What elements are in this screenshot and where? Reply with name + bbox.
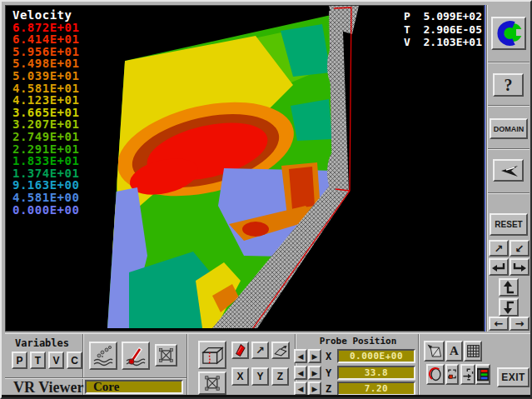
- probe-readout: P 5.099E+02 T 2.906E-05 V 2.103E+01: [404, 10, 482, 49]
- reset-label: RESET: [495, 220, 522, 229]
- probe-temperature-button[interactable]: [122, 342, 150, 370]
- readout-label: T: [404, 23, 410, 37]
- turn-down-button[interactable]: [499, 298, 519, 317]
- legend-entry: 9.163E+00: [12, 179, 79, 192]
- probe-y-increment-button[interactable]: ▶: [308, 366, 321, 380]
- cut-plane-button[interactable]: [198, 341, 226, 369]
- orientation-button[interactable]: [493, 159, 524, 182]
- arrow-left-triangle-icon: ◀: [298, 369, 304, 377]
- core-selector[interactable]: Core: [85, 380, 183, 394]
- help-button[interactable]: ?: [493, 73, 524, 97]
- app-title: VR Viewer: [13, 379, 83, 397]
- probe-z-decrement-button[interactable]: ◀: [294, 382, 307, 396]
- arrow-left-triangle-icon: ◀: [298, 385, 304, 393]
- rotate-left-button[interactable]: [489, 258, 509, 276]
- probe-z-increment-button[interactable]: ▶: [308, 382, 321, 396]
- logo-button[interactable]: [491, 17, 526, 50]
- variable-t-button[interactable]: T: [30, 352, 46, 369]
- bottom-control-panel: Variables P T V C VR Viewer: [5, 333, 530, 396]
- exit-label: EXIT: [501, 372, 525, 383]
- velocity-contour-plane: [89, 6, 355, 331]
- readout-label: P: [404, 10, 410, 23]
- legend-entry: 4.123E+01: [12, 94, 79, 107]
- sidebar-toolbar: ? DOMAIN RESET ↗ ↙: [486, 5, 530, 332]
- legend-entry: 3.207E+01: [12, 118, 79, 131]
- variable-v-button[interactable]: V: [48, 352, 64, 369]
- domain-label: DOMAIN: [494, 125, 525, 133]
- probe-z-label: Z: [326, 383, 331, 395]
- variable-c-button[interactable]: C: [67, 352, 82, 369]
- probe-x-field[interactable]: 0.000E+00: [337, 349, 415, 363]
- rotate-right-button[interactable]: [510, 258, 530, 276]
- crossed-box-icon: [158, 347, 174, 363]
- legend-entry: 6.872E+01: [12, 22, 79, 34]
- plane-normal-button[interactable]: [231, 342, 249, 359]
- probe-x-label: X: [326, 351, 331, 362]
- probe-x-decrement-button[interactable]: ◀: [294, 349, 307, 363]
- show-grid-button[interactable]: [464, 341, 482, 362]
- pan-left-button[interactable]: ←: [489, 317, 509, 331]
- grid-toggle-button[interactable]: [155, 344, 177, 367]
- probe-z-field[interactable]: 7.20: [337, 382, 415, 396]
- turn-down-icon: [500, 300, 517, 315]
- help-label: ?: [505, 76, 513, 95]
- variable-c-label: C: [71, 355, 78, 367]
- exit-button[interactable]: EXIT: [497, 367, 530, 387]
- move-probe-button[interactable]: [460, 364, 475, 385]
- arrow-right-triangle-icon: ▶: [312, 385, 318, 393]
- legend-entry: 0.000E+00: [12, 204, 79, 217]
- cfd-logo-icon: [494, 20, 524, 47]
- axis-z-label: Z: [277, 371, 283, 382]
- crossed-box-icon: [204, 375, 221, 392]
- variable-p-button[interactable]: P: [12, 352, 27, 369]
- color-legend-button[interactable]: [475, 364, 490, 385]
- arrow-left-icon: ←: [495, 317, 504, 330]
- return-right-icon: [511, 261, 528, 274]
- probe-x-value: 0.000E+00: [350, 351, 403, 362]
- turn-up-button[interactable]: [499, 278, 519, 297]
- probe-y-field[interactable]: 33.8: [337, 366, 415, 380]
- thermometer-icon: [125, 345, 147, 367]
- probe-y-label: Y: [326, 367, 331, 379]
- clip-box-button[interactable]: [198, 372, 226, 395]
- snapshot-button[interactable]: [424, 341, 445, 362]
- reset-button[interactable]: RESET: [490, 213, 528, 236]
- divider: [488, 192, 530, 194]
- probe-y-decrement-button[interactable]: ◀: [294, 366, 307, 380]
- iso-surface-button[interactable]: [426, 364, 445, 385]
- plane-sweep-button[interactable]: [271, 342, 290, 359]
- divider: [488, 105, 530, 107]
- readout-value: 5.099E+02: [424, 10, 482, 23]
- region-select-button[interactable]: [445, 364, 459, 385]
- readout-value: 2.103E+01: [424, 36, 482, 49]
- domain-button[interactable]: DOMAIN: [490, 118, 528, 139]
- legend-entry: 1.374E+01: [12, 167, 79, 180]
- viewport-3d[interactable]: Velocity 6.872E+016.414E+015.956E+015.49…: [5, 5, 485, 332]
- pointer-dart-icon: [498, 163, 520, 178]
- axis-y-button[interactable]: Y: [251, 367, 269, 386]
- rotate-down-left-button[interactable]: ↙: [510, 240, 530, 257]
- arrow-left-triangle-icon: ◀: [298, 352, 304, 361]
- divider: [488, 148, 530, 150]
- probe-z-value: 7.20: [365, 383, 389, 394]
- divider: [488, 62, 530, 63]
- readout-label: V: [404, 36, 410, 49]
- region-brackets-icon: [447, 367, 457, 382]
- rotate-up-right-button[interactable]: ↗: [489, 240, 509, 257]
- probe-x-increment-button[interactable]: ▶: [308, 349, 321, 363]
- axis-z-button[interactable]: Z: [271, 367, 289, 386]
- focus-highlight: [485, 5, 485, 332]
- variable-p-label: P: [16, 355, 22, 367]
- particle-trace-button[interactable]: [89, 342, 117, 370]
- arrow-right-icon: →: [515, 317, 525, 330]
- axis-y-label: Y: [256, 371, 263, 382]
- return-left-icon: [490, 261, 507, 274]
- annotate-text-button[interactable]: A: [445, 341, 463, 362]
- pan-right-button[interactable]: →: [510, 317, 530, 331]
- arrow-ne-icon: ↗: [256, 344, 265, 357]
- plane-move-button[interactable]: ↗: [251, 342, 269, 359]
- axis-x-button[interactable]: X: [231, 367, 249, 386]
- red-plane-icon: [233, 343, 247, 357]
- readout-row: T 2.906E-05: [404, 23, 482, 37]
- turn-up-icon: [500, 280, 517, 295]
